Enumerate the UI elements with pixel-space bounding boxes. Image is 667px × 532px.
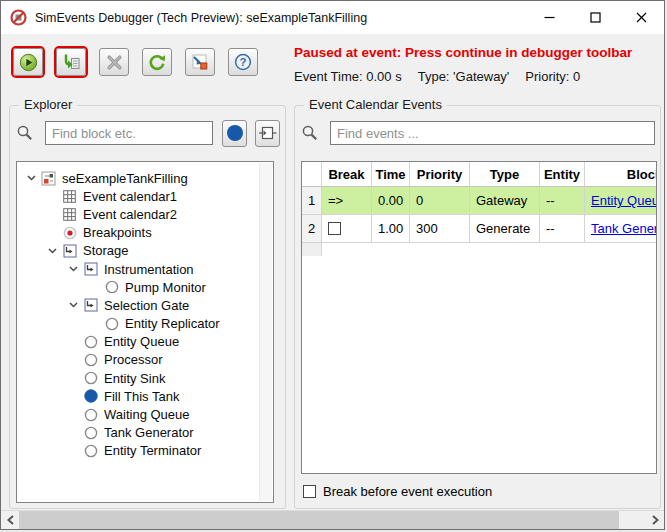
step-icon	[62, 53, 81, 72]
tree-item-event-calendar2[interactable]: Event calendar2	[17, 205, 273, 223]
tree-item-processor[interactable]: Processor	[17, 351, 273, 369]
minimize-icon	[544, 12, 555, 23]
event-calendar-icon	[62, 207, 77, 222]
tree-item-entity-queue[interactable]: Entity Queue	[17, 333, 273, 351]
block-link-tank-generator[interactable]: Tank Generator	[591, 221, 657, 236]
current-event-marker: =>	[322, 187, 372, 215]
block-search-input[interactable]	[45, 121, 213, 145]
col-header-entity: Entity	[540, 162, 585, 187]
break-before-execution-label: Break before event execution	[323, 484, 492, 499]
events-search-row	[300, 119, 655, 147]
search-icon	[15, 123, 35, 143]
event-entity-cell: --	[540, 215, 585, 243]
break-before-execution-checkbox[interactable]	[303, 485, 316, 498]
event-type-value: Type: 'Gateway'	[418, 69, 510, 84]
horizontal-scrollbar[interactable]	[1, 510, 664, 529]
event-row[interactable]: 2 1.00 300 Generate -- Tank Generator	[302, 215, 656, 243]
paused-message: Paused at event: Press continue in debug…	[294, 45, 659, 60]
blue-dot-icon	[226, 124, 244, 142]
play-icon	[19, 53, 38, 72]
svg-text:?: ?	[239, 56, 246, 68]
event-block-cell: Entity Queue	[585, 187, 657, 215]
subsystem-icon	[83, 298, 98, 313]
tree-item-model[interactable]: seExampleTankFilling	[17, 169, 273, 187]
tree-item-pump-monitor[interactable]: Pump Monitor	[17, 278, 273, 296]
stop-button[interactable]	[99, 48, 129, 76]
chevron-down-icon[interactable]	[27, 175, 41, 181]
col-header-block: Block	[585, 162, 657, 187]
step-button[interactable]	[56, 48, 86, 76]
tree-item-instrumentation[interactable]: Instrumentation	[17, 260, 273, 278]
highlight-block-button[interactable]	[222, 120, 247, 147]
close-button[interactable]	[618, 1, 664, 34]
block-tree: seExampleTankFilling Event calendar1 Eve…	[16, 161, 274, 503]
block-circle-icon	[104, 316, 119, 331]
row-number: 2	[302, 215, 322, 243]
block-circle-selected-icon	[83, 389, 98, 404]
tree-item-fill-this-tank[interactable]: Fill This Tank	[17, 387, 273, 405]
tree-item-entity-replicator[interactable]: Entity Replicator	[17, 315, 273, 333]
events-search-input[interactable]	[330, 121, 655, 145]
goto-block-icon	[191, 53, 209, 71]
continue-button[interactable]	[13, 48, 43, 76]
window-title: SimEvents Debugger (Tech Preview): seExa…	[35, 11, 367, 25]
col-header-break: Break	[322, 162, 372, 187]
block-circle-icon	[83, 407, 98, 422]
model-icon	[41, 171, 56, 186]
break-checkbox[interactable]	[328, 222, 341, 235]
tree-item-breakpoints[interactable]: Breakpoints	[17, 224, 273, 242]
minimize-button[interactable]	[526, 1, 572, 34]
search-icon	[300, 123, 320, 143]
tree-item-storage[interactable]: Storage	[17, 242, 273, 260]
block-circle-icon	[83, 371, 98, 386]
event-block-cell: Tank Generator	[585, 215, 657, 243]
scrollbar-thumb[interactable]	[19, 511, 619, 529]
row-number: 1	[302, 187, 322, 215]
tree-item-selection-gate[interactable]: Selection Gate	[17, 296, 273, 314]
tree-item-tank-generator[interactable]: Tank Generator	[17, 424, 273, 442]
chevron-right-icon	[652, 515, 659, 525]
col-header-time: Time	[372, 162, 410, 187]
tree-item-waiting-queue[interactable]: Waiting Queue	[17, 405, 273, 423]
chevron-down-icon[interactable]	[48, 248, 62, 254]
break-before-execution-row: Break before event execution	[303, 484, 492, 499]
explorer-panel: Explorer	[9, 105, 286, 509]
tree-item-entity-terminator[interactable]: Entity Terminator	[17, 442, 273, 460]
scrollbar-track[interactable]	[619, 511, 646, 529]
block-circle-icon	[104, 280, 119, 295]
break-checkbox-cell[interactable]	[322, 215, 372, 243]
chevron-left-icon	[7, 515, 14, 525]
help-button[interactable]: ?	[228, 48, 258, 76]
debugger-status: Paused at event: Press continue in debug…	[294, 45, 659, 84]
row-header-strip	[302, 243, 322, 256]
show-in-model-button[interactable]	[255, 120, 280, 147]
breakpoint-icon	[62, 225, 77, 240]
events-table: Break Time Priority Type Entity Block 1 …	[301, 161, 657, 474]
window-controls	[526, 1, 664, 34]
scroll-right-button[interactable]	[646, 511, 664, 529]
simevents-debugger-window: SimEvents Debugger (Tech Preview): seExa…	[0, 0, 665, 530]
event-entity-cell: --	[540, 187, 585, 215]
explorer-panel-title: Explorer	[19, 97, 77, 112]
chevron-down-icon[interactable]	[69, 302, 83, 308]
maximize-button[interactable]	[572, 1, 618, 34]
show-event-block-button[interactable]	[185, 48, 215, 76]
tree-vertical-scrollbar[interactable]	[259, 163, 272, 501]
refresh-button[interactable]	[142, 48, 172, 76]
event-row-current[interactable]: 1 => 0.00 0 Gateway -- Entity Queue	[302, 187, 656, 215]
explorer-search-row	[15, 119, 280, 147]
event-calendar-panel: Event Calendar Events Break Time Priorit…	[294, 105, 661, 509]
tree-item-event-calendar1[interactable]: Event calendar1	[17, 187, 273, 205]
event-time-cell: 0.00	[372, 187, 410, 215]
block-circle-icon	[83, 443, 98, 458]
maximize-icon	[590, 12, 601, 23]
chevron-down-icon[interactable]	[69, 266, 83, 272]
scroll-left-button[interactable]	[1, 511, 19, 529]
col-header-type: Type	[470, 162, 540, 187]
simulink-block-icon	[259, 126, 277, 140]
block-link-entity-queue[interactable]: Entity Queue	[591, 193, 657, 208]
event-time-value: Event Time: 0.00 s	[294, 69, 402, 84]
col-header-priority: Priority	[410, 162, 470, 187]
app-debugger-icon	[10, 9, 27, 26]
tree-item-entity-sink[interactable]: Entity Sink	[17, 369, 273, 387]
